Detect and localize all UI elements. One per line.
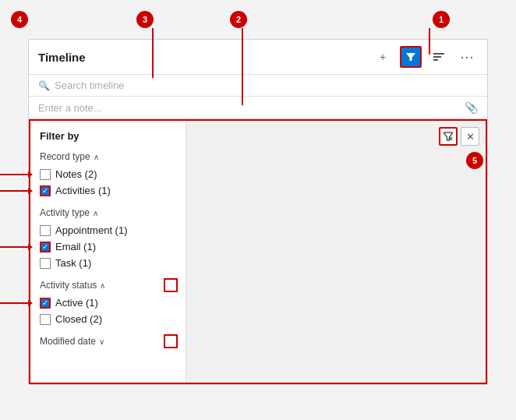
filter-icon: [406, 52, 415, 62]
timeline-title: Timeline: [38, 51, 372, 64]
svg-rect-3: [433, 59, 438, 61]
activity-type-chevron[interactable]: ∧: [93, 209, 98, 217]
add-button[interactable]: +: [372, 46, 394, 68]
appointment-label: Appointment (1): [55, 224, 128, 236]
checkbox-active[interactable]: ✓: [40, 298, 51, 309]
filter-item-activities: ✓ Activities (1): [40, 185, 176, 196]
record-type-label: Record type: [40, 151, 90, 162]
search-placeholder: Search timeline: [55, 79, 125, 91]
filter-item-closed: Closed (2): [40, 313, 176, 325]
svg-rect-2: [433, 56, 441, 58]
filter-right: ✕: [186, 121, 486, 383]
section-activity-type: Activity type ∧: [40, 207, 176, 218]
filter-item-email: ✓ Email (1): [40, 241, 176, 252]
close-filter-button[interactable]: ✕: [461, 127, 479, 146]
callout-3: 3: [136, 11, 154, 28]
activities-label: Activities (1): [55, 185, 111, 196]
timeline-widget: Timeline + ⋯ 🔍: [28, 39, 488, 385]
filter-right-icons: ✕: [439, 127, 479, 146]
callout-2: 2: [230, 11, 247, 28]
active-label: Active (1): [55, 297, 98, 309]
checkbox-activities[interactable]: ✓: [40, 185, 51, 196]
section-modified-date: Modified date ∨: [40, 336, 176, 347]
section-record-type: Record type ∧: [40, 151, 176, 162]
more-button[interactable]: ⋯: [456, 46, 478, 68]
filter-button[interactable]: [400, 46, 422, 68]
clear-filter-icon: [444, 132, 453, 141]
task-label: Task (1): [55, 257, 91, 269]
callout-5: 5: [466, 152, 483, 169]
callout-4: 4: [11, 11, 28, 28]
modified-date-chevron[interactable]: ∨: [99, 337, 104, 346]
activity-status-chevron[interactable]: ∧: [100, 281, 105, 290]
activity-status-label: Activity status: [40, 280, 97, 291]
modified-date-label: Modified date: [40, 336, 96, 347]
checkbox-notes[interactable]: [40, 169, 51, 180]
filter-left: Filter by Record type ∧ Notes (2) ✓: [30, 121, 186, 383]
header-icons: + ⋯: [372, 46, 478, 68]
svg-marker-0: [406, 53, 415, 61]
note-placeholder: Enter a note...: [38, 102, 102, 114]
filter-item-appointment: Appointment (1): [40, 224, 176, 236]
svg-rect-1: [433, 53, 444, 55]
filter-item-notes: Notes (2): [40, 168, 176, 180]
clear-filter-button[interactable]: [439, 127, 458, 146]
filter-panel: Filter by Record type ∧ Notes (2) ✓: [29, 119, 487, 384]
closed-label: Closed (2): [55, 313, 102, 325]
filter-title: Filter by: [40, 130, 176, 142]
search-bar: 🔍 Search timeline: [29, 75, 487, 97]
checkbox-task[interactable]: [40, 258, 51, 269]
filter-item-active: ✓ Active (1): [40, 297, 176, 309]
record-type-chevron[interactable]: ∧: [94, 153, 99, 161]
sort-button[interactable]: [428, 46, 450, 68]
attachment-icon: 📎: [465, 101, 478, 114]
callout-1: 1: [433, 11, 450, 28]
timeline-header: Timeline + ⋯: [29, 40, 487, 75]
section-activity-status: Activity status ∧: [40, 280, 176, 291]
activity-type-label: Activity type: [40, 207, 90, 218]
filter-item-task: Task (1): [40, 257, 176, 269]
notes-label: Notes (2): [55, 168, 97, 180]
email-label: Email (1): [55, 241, 96, 252]
checkbox-closed[interactable]: [40, 314, 51, 325]
search-icon: 🔍: [38, 80, 50, 91]
note-input-row[interactable]: Enter a note... 📎: [29, 97, 487, 119]
checkbox-email[interactable]: ✓: [40, 242, 51, 252]
sort-icon: [433, 52, 444, 62]
checkbox-appointment[interactable]: [40, 225, 51, 236]
